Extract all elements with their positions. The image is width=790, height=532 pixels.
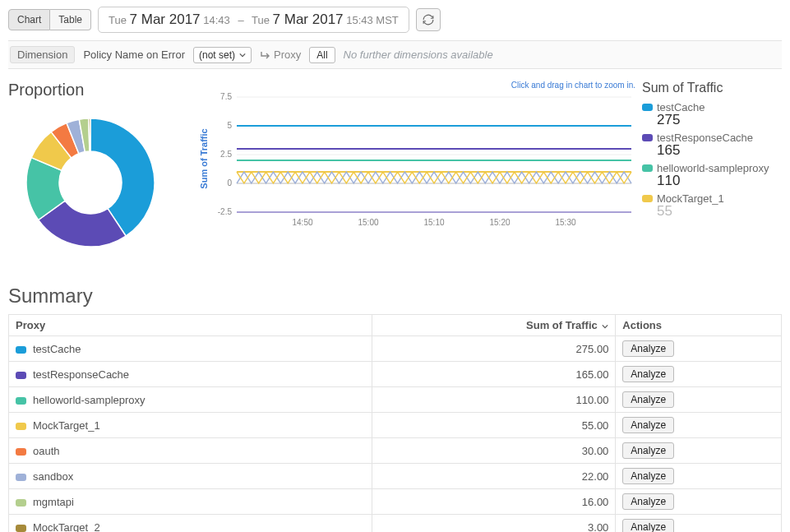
row-swatch bbox=[16, 423, 26, 430]
proxy-name: MockTarget_2 bbox=[33, 521, 100, 533]
drill-label: Proxy bbox=[274, 49, 301, 61]
svg-text:-2.5: -2.5 bbox=[218, 207, 233, 216]
proxy-name: testCache bbox=[33, 343, 81, 355]
sum-cell: 275.00 bbox=[372, 336, 616, 362]
legend-swatch bbox=[642, 164, 653, 172]
col-actions: Actions bbox=[616, 315, 782, 336]
actions-cell: Analyze bbox=[616, 464, 782, 489]
svg-text:14:50: 14:50 bbox=[292, 218, 312, 227]
legend-item[interactable]: MockTarget_155 bbox=[642, 192, 782, 220]
analyze-button[interactable]: Analyze bbox=[622, 340, 674, 357]
dimension-select[interactable]: (not set) bbox=[193, 47, 252, 63]
chart-tab[interactable]: Chart bbox=[8, 9, 50, 30]
col-proxy[interactable]: Proxy bbox=[9, 315, 372, 336]
proxy-name: testResponseCache bbox=[33, 368, 129, 381]
svg-text:7.5: 7.5 bbox=[220, 92, 232, 101]
dimension-name: Policy Name on Error bbox=[83, 49, 185, 61]
legend-value: 275 bbox=[657, 112, 782, 128]
table-row: testCache275.00Analyze bbox=[9, 336, 782, 362]
svg-text:15:00: 15:00 bbox=[358, 218, 378, 227]
analyze-button[interactable]: Analyze bbox=[622, 493, 674, 510]
to-time: 15:43 bbox=[346, 14, 373, 26]
no-further-dimensions: No further dimensions available bbox=[344, 49, 493, 61]
refresh-icon bbox=[423, 14, 434, 25]
proxy-cell: sandbox bbox=[9, 464, 372, 489]
sum-cell: 110.00 bbox=[372, 387, 616, 413]
all-button[interactable]: All bbox=[309, 47, 335, 63]
actions-cell: Analyze bbox=[616, 413, 782, 438]
proportion-title: Proportion bbox=[8, 81, 189, 99]
actions-cell: Analyze bbox=[616, 438, 782, 464]
legend-item[interactable]: helloworld-sampleproxy110 bbox=[642, 161, 782, 189]
analyze-button[interactable]: Analyze bbox=[622, 417, 674, 433]
from-dow: Tue bbox=[109, 14, 127, 26]
proxy-cell: testResponseCache bbox=[9, 362, 372, 387]
traffic-line-chart[interactable]: -2.502.557.5Sum of Traffic14:5015:0015:1… bbox=[196, 81, 640, 237]
table-row: MockTarget_155.00Analyze bbox=[9, 413, 782, 438]
sum-cell: 3.00 bbox=[372, 515, 616, 533]
row-swatch bbox=[16, 525, 26, 532]
donut-slice[interactable] bbox=[89, 118, 90, 151]
legend-item[interactable]: testResponseCache165 bbox=[642, 131, 782, 159]
row-swatch bbox=[16, 372, 26, 379]
svg-text:2.5: 2.5 bbox=[220, 150, 232, 159]
analyze-button[interactable]: Analyze bbox=[622, 391, 674, 408]
svg-text:Sum of Traffic: Sum of Traffic bbox=[199, 128, 209, 188]
proxy-cell: MockTarget_1 bbox=[9, 413, 372, 438]
proxy-name: mgmtapi bbox=[33, 496, 74, 508]
dimension-label: Dimension bbox=[10, 46, 75, 63]
col-sum[interactable]: Sum of Traffic bbox=[372, 315, 616, 336]
view-toggle: Chart Table bbox=[8, 9, 91, 30]
chevron-down-icon bbox=[239, 52, 246, 58]
actions-cell: Analyze bbox=[616, 336, 782, 362]
table-row: testResponseCache165.00Analyze bbox=[9, 362, 782, 387]
sum-cell: 55.00 bbox=[372, 413, 616, 438]
legend-swatch bbox=[642, 104, 653, 111]
legend-item[interactable]: testCache275 bbox=[642, 100, 782, 128]
from-time: 14:43 bbox=[203, 14, 230, 26]
summary-table: Proxy Sum of Traffic Actions testCache27… bbox=[8, 314, 782, 532]
table-row: helloworld-sampleproxy110.00Analyze bbox=[9, 387, 782, 413]
zoom-hint: Click and drag in chart to zoom in. bbox=[511, 81, 635, 90]
proxy-cell: testCache bbox=[9, 336, 372, 362]
sum-cell: 30.00 bbox=[372, 438, 616, 464]
row-swatch bbox=[16, 448, 26, 456]
table-row: oauth30.00Analyze bbox=[9, 438, 782, 464]
table-row: mgmtapi16.00Analyze bbox=[9, 489, 782, 515]
sort-desc-icon bbox=[602, 323, 608, 330]
analyze-button[interactable]: Analyze bbox=[622, 468, 674, 484]
sum-cell: 165.00 bbox=[372, 362, 616, 387]
proxy-name: MockTarget_1 bbox=[33, 419, 100, 432]
svg-text:15:20: 15:20 bbox=[489, 218, 510, 227]
legend-list: testCache275testResponseCache165hellowor… bbox=[642, 100, 782, 220]
proportion-donut-chart[interactable] bbox=[8, 104, 173, 252]
proxy-name: helloworld-sampleproxy bbox=[33, 394, 146, 406]
proxy-name: sandbox bbox=[33, 470, 73, 483]
to-dow: Tue bbox=[252, 14, 270, 26]
row-swatch bbox=[16, 499, 26, 507]
summary-title: Summary bbox=[8, 285, 782, 308]
proxy-cell: helloworld-sampleproxy bbox=[9, 387, 372, 413]
svg-text:0: 0 bbox=[227, 178, 232, 187]
analyze-button[interactable]: Analyze bbox=[622, 366, 674, 382]
svg-text:15:30: 15:30 bbox=[555, 218, 575, 227]
from-date: 7 Mar 2017 bbox=[130, 12, 201, 27]
table-tab[interactable]: Table bbox=[50, 9, 91, 30]
analyze-button[interactable]: Analyze bbox=[622, 519, 674, 532]
legend-value: 110 bbox=[657, 173, 782, 189]
legend-value: 55 bbox=[657, 203, 782, 220]
analyze-button[interactable]: Analyze bbox=[622, 442, 674, 459]
refresh-button[interactable] bbox=[416, 8, 441, 31]
proxy-cell: MockTarget_2 bbox=[9, 515, 372, 533]
svg-text:15:10: 15:10 bbox=[423, 218, 444, 227]
sum-cell: 22.00 bbox=[372, 464, 616, 489]
date-range-picker[interactable]: Tue 7 Mar 2017 14:43 – Tue 7 Mar 2017 15… bbox=[98, 7, 409, 33]
legend-value: 165 bbox=[657, 142, 782, 159]
proxy-name: oauth bbox=[33, 445, 60, 457]
row-swatch bbox=[16, 346, 26, 354]
actions-cell: Analyze bbox=[616, 387, 782, 413]
actions-cell: Analyze bbox=[616, 515, 782, 533]
to-tz: MST bbox=[376, 14, 398, 26]
actions-cell: Analyze bbox=[616, 362, 782, 387]
drill-path: Proxy bbox=[260, 49, 301, 61]
